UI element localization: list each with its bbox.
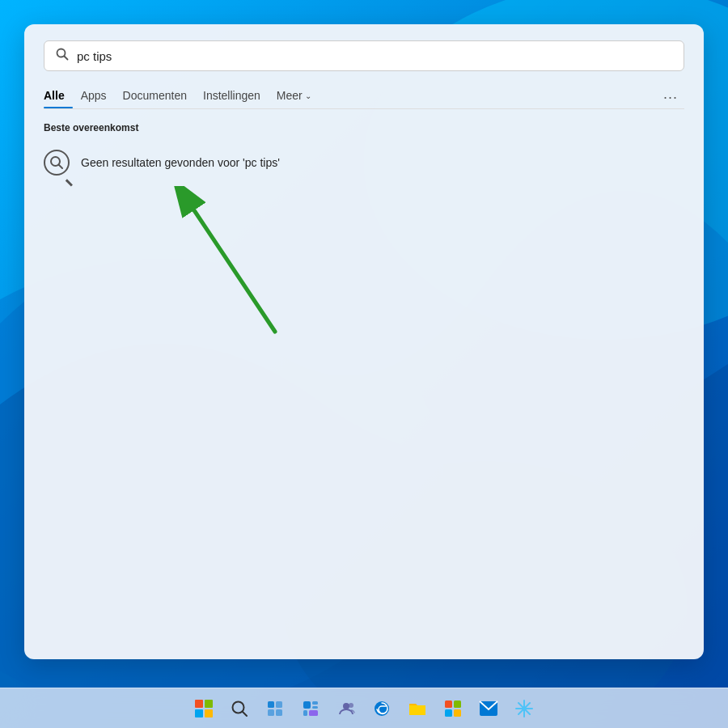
weather-icon: [514, 699, 534, 718]
svg-rect-26: [445, 709, 452, 717]
taskbar-edge-button[interactable]: [367, 694, 396, 723]
taskbar-store-button[interactable]: [438, 694, 468, 723]
store-icon: [444, 700, 462, 717]
svg-rect-25: [454, 700, 461, 708]
taskbar-start-button[interactable]: [189, 694, 218, 723]
svg-rect-14: [268, 709, 274, 716]
svg-rect-15: [276, 709, 282, 716]
section-label: Beste overeenkomst: [44, 122, 684, 133]
arrow-annotation: [170, 186, 299, 351]
taskbar-widgets-button[interactable]: [296, 694, 325, 723]
taskbar-explorer-button[interactable]: [403, 694, 432, 723]
taskbar-teams-button[interactable]: [332, 694, 361, 723]
edge-icon: [373, 700, 391, 717]
mail-icon: [479, 700, 498, 717]
taskbar-search-button[interactable]: [225, 694, 254, 723]
no-results-icon: [44, 150, 70, 176]
tabs-bar: Alle Apps Documenten Instellingen Meer ⌄…: [44, 86, 684, 109]
tab-instellingen[interactable]: Instellingen: [203, 86, 269, 108]
search-input[interactable]: [77, 49, 672, 63]
taskview-icon: [266, 700, 284, 717]
search-bar[interactable]: [44, 40, 684, 71]
svg-point-22: [349, 703, 353, 708]
widgets-icon: [302, 700, 320, 717]
svg-line-7: [59, 165, 63, 169]
tab-meer[interactable]: Meer ⌄: [277, 86, 320, 108]
explorer-icon: [408, 700, 427, 717]
svg-line-11: [243, 711, 248, 716]
chevron-down-icon: ⌄: [305, 91, 311, 100]
tab-documenten[interactable]: Documenten: [123, 86, 195, 108]
svg-point-21: [343, 703, 349, 709]
tab-apps[interactable]: Apps: [81, 86, 115, 108]
more-options-button[interactable]: ···: [657, 87, 684, 108]
svg-rect-12: [268, 701, 274, 708]
tab-alle[interactable]: Alle: [44, 86, 73, 108]
svg-line-9: [194, 210, 275, 332]
taskbar: [0, 688, 728, 728]
svg-point-33: [523, 706, 527, 710]
no-results-row: Geen resultaten gevonden voor 'pc tips': [44, 145, 684, 180]
taskbar-weather-button[interactable]: [510, 694, 539, 723]
svg-rect-17: [312, 701, 318, 705]
no-results-text: Geen resultaten gevonden voor 'pc tips': [81, 156, 280, 169]
taskbar-mail-button[interactable]: [474, 694, 503, 723]
svg-rect-20: [309, 710, 318, 716]
svg-rect-16: [303, 701, 311, 709]
svg-rect-24: [445, 700, 452, 708]
search-bar-icon: [56, 48, 69, 64]
svg-rect-13: [276, 701, 282, 708]
svg-rect-19: [303, 710, 307, 716]
svg-rect-27: [454, 709, 461, 717]
windows-logo-icon: [195, 700, 213, 717]
search-icon: [231, 700, 248, 717]
search-panel: Alle Apps Documenten Instellingen Meer ⌄…: [24, 24, 704, 659]
teams-icon: [336, 699, 356, 718]
svg-rect-18: [312, 706, 318, 709]
svg-line-5: [65, 57, 68, 60]
taskbar-taskview-button[interactable]: [260, 694, 290, 723]
